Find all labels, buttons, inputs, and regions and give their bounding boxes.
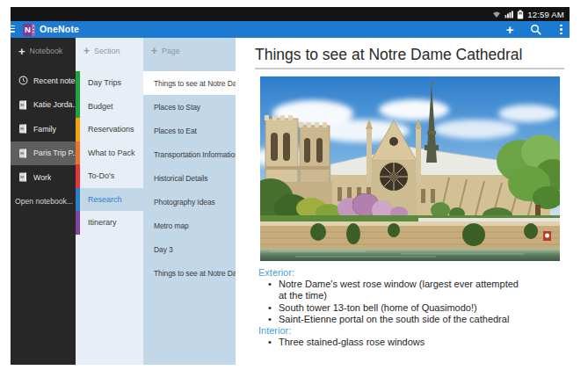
sections-header-label: Section [94,47,120,55]
menu-icon[interactable] [11,25,15,34]
notebooks-list: Recent notesKatie Jorda...FamilyParis Tr… [11,69,76,190]
note-bullet[interactable]: Notre Dame's west rose window (largest e… [258,279,527,301]
page-label: Places to Stay [143,103,200,112]
notebook-item[interactable]: Katie Jorda... [11,93,76,118]
section-item[interactable]: To-Do's [76,164,143,188]
note-title[interactable]: Things to see at Notre Dame Cathedral [255,46,564,69]
section-color-strip [76,188,80,212]
section-item[interactable]: Itinerary [76,211,143,235]
pages-panel: + Page Things to see at Notre Dam...Plac… [143,38,236,365]
sections-list: Day TripsBudgetReservationsWhat to PackT… [76,71,143,235]
notebook-icon [18,149,28,158]
note-bullet-list: Three stained-glass rose windows [258,337,529,348]
note-section-heading[interactable]: Exterior: [258,267,529,279]
note-bullet[interactable]: Three stained-glass rose windows [258,337,527,348]
notebooks-header-label: Notebook [30,47,63,55]
notebook-icon [18,100,28,110]
status-time: 12:59 AM [527,10,564,19]
pages-list: Things to see at Notre Dam...Places to S… [143,71,236,285]
notre-dame-photo[interactable] [260,76,560,261]
page-item[interactable]: Places to Eat [143,119,236,142]
battery-icon [517,10,524,19]
notebook-item[interactable]: Paris Trip P... [11,141,76,166]
page-item[interactable]: Day 3 [143,237,236,261]
page-item[interactable]: Things to see at Notre Dam... [143,261,236,285]
onenote-logo-icon: N [23,24,35,36]
notebooks-panel: + Notebook Recent notesKatie Jorda...Fam… [11,38,76,365]
note-bullet[interactable]: Saint-Etienne portal on the south side o… [258,314,527,325]
section-label: Itinerary [76,218,117,227]
section-item[interactable]: What to Pack [76,141,143,165]
pages-header-label: Page [162,47,180,55]
tablet-screen: 12:59 AM N OneNote + + [11,7,570,365]
add-page-button[interactable]: + Page [143,38,236,64]
section-color-strip [76,71,80,95]
plus-icon: + [151,45,157,57]
note-bullet-list: Notre Dame's west rose window (largest e… [258,279,529,325]
page-label: Metro map [143,221,189,230]
page-label: Things to see at Notre Dam... [143,269,236,278]
section-label: To-Do's [76,171,114,180]
section-color-strip [76,141,80,165]
clock-icon [18,76,28,85]
main-layout: + Notebook Recent notesKatie Jorda...Fam… [11,38,570,365]
onenote-logo-pages [32,24,35,36]
search-icon[interactable] [530,24,541,35]
notebook-item[interactable]: Work [11,165,76,190]
page-label: Things to see at Notre Dam... [143,79,236,88]
status-bar: 12:59 AM [11,7,570,21]
page-label: Historical Details [143,174,208,183]
notebook-item[interactable]: Family [11,117,76,141]
section-item[interactable]: Research [76,188,143,212]
onenote-logo-letter: N [23,24,31,36]
note-body[interactable]: Exterior:Notre Dame's west rose window (… [258,267,529,348]
section-label: What to Pack [76,149,135,157]
plus-icon: + [18,45,25,58]
section-label: Budget [76,102,113,111]
section-label: Day Trips [76,78,121,87]
notebook-item[interactable]: Recent notes [11,69,76,93]
page-item[interactable]: Metro map [143,214,236,237]
page-label: Places to Eat [143,127,197,135]
section-label: Reservations [76,125,134,134]
open-notebook-button[interactable]: Open notebook... [11,190,76,214]
screenshot-canvas: 12:59 AM N OneNote + + [0,0,588,370]
section-item[interactable]: Budget [76,95,143,119]
app-title: OneNote [40,21,79,38]
page-label: Day 3 [143,245,173,254]
page-label: Photography Ideas [143,198,215,207]
section-color-strip [76,118,80,141]
notebook-label: Katie Jorda... [33,100,76,109]
page-item[interactable]: Places to Stay [143,95,236,119]
page-item[interactable]: Transportation Information [143,142,236,166]
wifi-icon [492,10,501,18]
section-label: Research [76,195,122,204]
section-color-strip [76,211,80,235]
page-item[interactable]: Historical Details [143,166,236,190]
section-item[interactable]: Day Trips [76,71,143,95]
notebook-label: Work [33,173,51,182]
plus-icon: + [83,45,90,57]
note-section-heading[interactable]: Interior: [258,325,529,337]
section-color-strip [76,164,80,188]
page-item[interactable]: Things to see at Notre Dam... [143,71,236,95]
note-content: Things to see at Notre Dame Cathedral [236,38,570,365]
new-note-icon[interactable]: + [506,21,514,38]
page-item[interactable]: Photography Ideas [143,190,236,214]
notebook-label: Recent notes [33,76,76,85]
notebook-label: Paris Trip P... [33,149,76,157]
add-notebook-button[interactable]: + Notebook [11,38,76,64]
notebook-icon [18,124,28,134]
notebook-label: Family [33,125,56,134]
section-color-strip [76,95,80,119]
page-label: Transportation Information [143,150,236,159]
section-item[interactable]: Reservations [76,118,143,141]
signal-icon [505,10,513,18]
notebook-icon [18,172,28,182]
app-bar: N OneNote + [11,21,570,38]
sections-panel: + Section Day TripsBudgetReservationsWha… [76,38,143,365]
add-section-button[interactable]: + Section [76,38,143,64]
note-bullet[interactable]: South tower 13-ton bell (home of Quasimo… [258,302,527,314]
overflow-menu-icon[interactable] [558,25,564,34]
